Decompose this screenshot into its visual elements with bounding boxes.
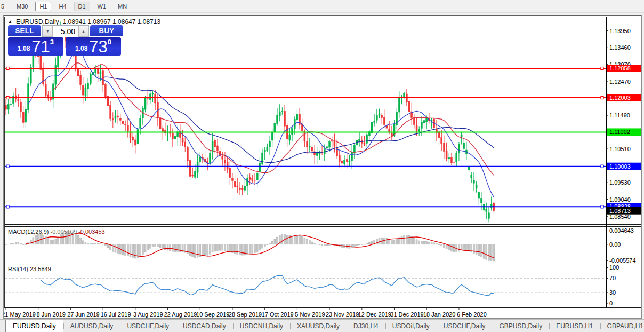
macd-tick-label: -0.005574 — [609, 257, 636, 264]
price-tick-label: 1.09040 — [609, 196, 631, 203]
macd-tick-label: 0.00 — [609, 241, 621, 248]
date-label: 27 Jun 2019 — [67, 311, 100, 318]
date-label: 10 Sep 2019 — [196, 311, 229, 318]
macd-panel — [5, 231, 495, 261]
sell-price-big: 71 — [31, 39, 50, 54]
line-price-label-text: 1.12858 — [609, 65, 631, 72]
line-price-label-text: 1.11002 — [609, 129, 630, 135]
macd-tick-label: 0.004643 — [609, 227, 634, 234]
rsi-tick-label: 70 — [609, 275, 616, 281]
price-axis: 1.139501.134601.129701.124701.114901.105… — [606, 28, 641, 306]
chart-tab-eurusd-daily[interactable]: EURUSD,Daily — [5, 320, 63, 332]
chart-title: EURUSD,Daily — [16, 18, 59, 26]
chart-tab-usdchf-daily[interactable]: USDCHF,Daily — [437, 320, 493, 332]
line-price-label-text: 1.12003 — [609, 94, 631, 101]
date-label: 31 Dec 2019 — [390, 311, 423, 318]
line-handle[interactable] — [601, 205, 603, 208]
trading-platform-window: 5M30H1H4D1W1MN 1.139501.134601.129701.12… — [0, 0, 644, 332]
line-price-label-text: 1.10003 — [609, 163, 631, 170]
chart-tab-usdcnh-daily[interactable]: USDCNH,Daily — [233, 320, 290, 332]
date-label: 28 Sep 2019 — [229, 311, 262, 318]
chart-tab-audusd-daily[interactable]: AUDUSD,Daily — [63, 320, 120, 332]
buy-price-pip: 0 — [108, 38, 111, 46]
time-axis: 21 May 20198 Jun 201927 Jun 201916 Jul 2… — [4, 308, 487, 318]
timeframe-button-5[interactable]: 5 — [0, 2, 9, 11]
sell-price-pip: 3 — [50, 38, 54, 46]
chart-ohlc-readout: 1.08941 1.08967 1.08647 1.08713 — [63, 18, 161, 26]
price-tick-label: 1.13950 — [609, 28, 631, 34]
price-tick-label: 1.11490 — [609, 112, 630, 118]
rsi-panel — [5, 275, 606, 296]
price-chart[interactable]: 1.139501.134601.129701.124701.114901.105… — [4, 16, 641, 318]
sell-button[interactable]: SELL — [8, 25, 41, 37]
chart-tab-usdoil-daily[interactable]: USDOil,Daily — [385, 320, 437, 332]
date-label: 8 Jun 2019 — [36, 311, 65, 318]
price-tick-label: 1.13460 — [609, 44, 631, 51]
buy-price-big: 73 — [89, 39, 107, 54]
rsi-tick-label: 30 — [609, 289, 616, 296]
timeframe-button-m30[interactable]: M30 — [12, 2, 32, 11]
chart-tab-usdcad-daily[interactable]: USDCAD,Daily — [176, 320, 233, 332]
line-handle[interactable] — [601, 97, 603, 99]
price-tick-label: 1.12470 — [609, 78, 631, 85]
line-handle[interactable] — [6, 205, 9, 208]
line-handle[interactable] — [6, 67, 9, 70]
timeframe-button-h1[interactable]: H1 — [35, 2, 51, 11]
price-tick-label: 1.10510 — [609, 146, 631, 152]
date-label: 22 Aug 2019 — [164, 311, 197, 318]
collapse-panel-icon[interactable]: ▲ — [8, 20, 12, 24]
rsi-tick-label: 0 — [609, 300, 613, 306]
date-label: 18 Jan 2020 — [423, 311, 456, 318]
price-tick-label: 1.09530 — [609, 179, 631, 186]
date-label: 12 Dec 2019 — [358, 311, 391, 318]
rsi-tick-label: 100 — [609, 264, 619, 271]
timeframe-toolbar: 5M30H1H4D1W1MN — [0, 0, 644, 13]
date-label: 16 Jul 2019 — [101, 311, 131, 318]
current-price-text: 1.08713 — [609, 208, 631, 214]
chart-tab-dj30-h4[interactable]: DJ30,H4 — [347, 320, 385, 332]
chart-tab-xauusd-daily[interactable]: XAUUSD,Daily — [290, 320, 347, 332]
timeframe-button-w1[interactable]: W1 — [93, 2, 111, 11]
timeframe-button-mn[interactable]: MN — [114, 2, 131, 11]
volume-input[interactable] — [53, 26, 78, 37]
moving-average-20 — [53, 63, 494, 176]
date-label: 6 Feb 2020 — [457, 311, 487, 318]
buy-price-prefix: 1.08 — [75, 45, 87, 52]
line-handle[interactable] — [601, 67, 603, 70]
timeframe-button-h4[interactable]: H4 — [54, 2, 70, 11]
chart-tab-eurusd-h1[interactable]: EURUSD,H1 — [549, 320, 600, 332]
chart-tab-gbpusd-daily[interactable]: GBPUSD,Daily — [493, 320, 550, 332]
sell-price-prefix: 1.08 — [18, 45, 30, 52]
date-label: 3 Aug 2019 — [133, 311, 163, 318]
volume-decrease-button[interactable]: ▼ — [43, 26, 53, 37]
date-label: 5 Nov 2019 — [295, 311, 325, 318]
chart-tab-gbpaud-h1[interactable]: GBPAUD,H1 — [600, 320, 644, 332]
date-label: 17 Oct 2019 — [262, 311, 294, 318]
moving-average-40 — [103, 77, 494, 162]
volume-increase-button[interactable]: ▲ — [78, 26, 88, 37]
date-label: 23 Nov 2019 — [326, 311, 359, 318]
one-click-trading-panel: SELL ▼ ▲ BUY 1.08 71 3 1.08 73 0 — [8, 25, 121, 56]
chart-header: ▲ EURUSD,Daily 1.08941 1.08967 1.08647 1… — [8, 18, 160, 26]
chart-tab-usdchf-daily[interactable]: USDCHF,Daily — [120, 320, 176, 332]
volume-spinner: ▼ ▲ — [42, 25, 89, 37]
chart-tab-bar: EURUSD,DailyAUDUSD,DailyUSDCHF,DailyUSDC… — [0, 319, 644, 332]
timeframe-button-d1[interactable]: D1 — [74, 2, 90, 11]
buy-button[interactable]: BUY — [90, 25, 123, 37]
panel-borders — [4, 17, 641, 308]
buy-price-button[interactable]: 1.08 73 0 — [66, 37, 121, 56]
chart-window: 1.139501.134601.129701.124701.114901.105… — [3, 15, 642, 319]
line-handle[interactable] — [601, 165, 603, 168]
line-handle[interactable] — [6, 165, 9, 168]
line-handle[interactable] — [6, 97, 9, 99]
date-label: 21 May 2019 — [4, 311, 36, 318]
sell-price-button[interactable]: 1.08 71 3 — [8, 37, 63, 56]
